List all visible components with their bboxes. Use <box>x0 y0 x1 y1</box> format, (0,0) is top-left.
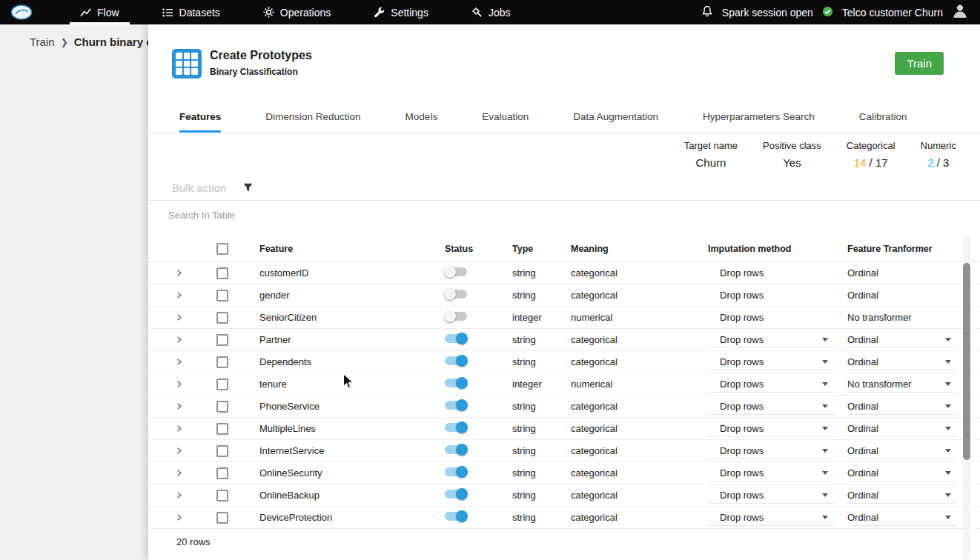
nav-item-flow[interactable]: Flow <box>70 0 130 24</box>
status-toggle[interactable] <box>445 401 467 410</box>
train-button[interactable]: Train <box>895 52 944 75</box>
nav-item-jobs[interactable]: Jobs <box>461 0 521 24</box>
tab-data-augmentation[interactable]: Data Augmentation <box>573 111 658 132</box>
row-expand-chevron-icon[interactable] <box>175 447 183 455</box>
categorical-selected-count: 14 <box>854 156 867 169</box>
transformer-value: Ordinal <box>847 334 878 345</box>
transformer-select[interactable]: Ordinal <box>847 510 957 526</box>
imputation-select[interactable]: Drop rows <box>708 376 834 393</box>
row-checkbox[interactable] <box>216 445 228 457</box>
transformer-select[interactable]: No transformer <box>847 376 957 393</box>
column-header-status: Status <box>437 244 505 254</box>
table-scrollbar[interactable] <box>963 236 970 560</box>
meaning-value: categorical <box>563 267 701 279</box>
tab-bar: Features Dimension Reduction Models Eval… <box>148 111 980 133</box>
imputation-value: Drop rows <box>720 445 764 456</box>
transformer-select[interactable]: Ordinal <box>847 399 957 415</box>
nav-item-operations[interactable]: Operations <box>253 0 341 24</box>
nav-item-settings[interactable]: Settings <box>363 0 439 24</box>
transformer-select[interactable]: Ordinal <box>847 421 957 437</box>
tab-models[interactable]: Models <box>405 111 438 132</box>
status-toggle[interactable] <box>445 423 467 432</box>
tab-calibration[interactable]: Calibration <box>859 111 907 132</box>
transformer-select[interactable]: Ordinal <box>847 332 957 348</box>
bulk-action-button[interactable]: Bulk action <box>172 181 226 194</box>
imputation-select[interactable]: Drop rows <box>708 510 834 526</box>
transformer-select[interactable]: Ordinal <box>847 443 957 459</box>
notifications-bell-icon[interactable] <box>701 5 713 20</box>
row-checkbox[interactable] <box>216 512 228 524</box>
imputation-select[interactable]: Drop rows <box>708 421 834 437</box>
status-toggle[interactable] <box>445 490 467 499</box>
select-all-checkbox[interactable] <box>216 243 228 255</box>
row-checkbox[interactable] <box>216 423 228 435</box>
row-expand-chevron-icon[interactable] <box>175 336 183 344</box>
type-value: string <box>505 290 563 301</box>
caret-down-icon <box>945 493 951 497</box>
tab-hyperparameters-search[interactable]: Hyperparameters Search <box>703 111 815 132</box>
row-expand-chevron-icon[interactable] <box>175 424 183 433</box>
status-toggle[interactable] <box>445 290 467 299</box>
type-value: integer <box>505 379 563 390</box>
search-input[interactable] <box>168 210 480 221</box>
tab-dimension-reduction[interactable]: Dimension Reduction <box>265 111 360 132</box>
row-checkbox[interactable] <box>216 312 228 324</box>
breadcrumb-chevron-icon: ❯ <box>61 37 68 47</box>
toggle-knob <box>444 288 456 300</box>
status-toggle[interactable] <box>445 512 467 521</box>
imputation-select[interactable]: Drop rows <box>708 487 834 504</box>
row-checkbox[interactable] <box>216 379 228 390</box>
row-expand-chevron-icon[interactable] <box>175 269 183 277</box>
transformer-value: Ordinal <box>847 290 878 301</box>
row-checkbox[interactable] <box>216 467 228 479</box>
row-checkbox[interactable] <box>216 290 228 301</box>
scrollbar-thumb[interactable] <box>963 263 970 460</box>
imputation-select[interactable]: Drop rows <box>708 332 834 348</box>
type-value: string <box>505 267 563 279</box>
status-toggle[interactable] <box>445 267 467 276</box>
tab-evaluation[interactable]: Evaluation <box>482 111 529 132</box>
table-row: Partner string categorical Drop rows Ord… <box>148 329 980 351</box>
settings-wrench-icon <box>374 7 385 18</box>
target-name-value: Churn <box>684 156 738 169</box>
row-checkbox[interactable] <box>216 267 228 279</box>
toggle-knob <box>456 510 468 522</box>
spark-session-status: Spark session open <box>722 7 813 19</box>
status-toggle[interactable] <box>445 445 467 454</box>
imputation-select[interactable]: Drop rows <box>708 354 834 370</box>
status-toggle[interactable] <box>445 312 467 321</box>
row-checkbox[interactable] <box>216 334 228 346</box>
status-toggle[interactable] <box>445 334 467 343</box>
status-toggle[interactable] <box>445 379 467 387</box>
meaning-value: categorical <box>563 401 701 412</box>
row-expand-chevron-icon[interactable] <box>175 313 183 321</box>
transformer-select[interactable]: Ordinal <box>847 487 957 504</box>
app-logo-icon[interactable] <box>10 4 34 21</box>
row-checkbox[interactable] <box>216 356 228 368</box>
row-expand-chevron-icon[interactable] <box>175 402 183 410</box>
imputation-select[interactable]: Drop rows <box>708 465 834 481</box>
project-name[interactable]: Telco customer Churn <box>842 7 943 19</box>
row-expand-chevron-icon[interactable] <box>175 358 183 366</box>
imputation-select[interactable]: Drop rows <box>708 399 834 415</box>
transformer-select[interactable]: Ordinal <box>847 465 957 481</box>
transformer-select[interactable]: Ordinal <box>847 354 957 370</box>
filter-icon[interactable] <box>242 182 254 193</box>
row-checkbox[interactable] <box>216 401 228 413</box>
nav-item-datasets[interactable]: Datasets <box>152 0 231 24</box>
row-expand-chevron-icon[interactable] <box>175 513 183 521</box>
breadcrumb-train-link[interactable]: Train <box>30 36 55 48</box>
status-toggle[interactable] <box>445 467 467 476</box>
caret-down-icon <box>822 360 828 364</box>
row-expand-chevron-icon[interactable] <box>175 491 183 499</box>
tab-features[interactable]: Features <box>179 111 221 132</box>
caret-down-icon <box>822 493 828 497</box>
row-expand-chevron-icon[interactable] <box>175 380 183 388</box>
row-checkbox[interactable] <box>216 490 228 501</box>
user-avatar-icon[interactable] <box>952 3 968 21</box>
transformer-select: No transformer <box>847 310 957 325</box>
row-expand-chevron-icon[interactable] <box>175 469 183 477</box>
row-expand-chevron-icon[interactable] <box>175 291 183 299</box>
imputation-select[interactable]: Drop rows <box>708 443 834 459</box>
status-toggle[interactable] <box>445 356 467 365</box>
